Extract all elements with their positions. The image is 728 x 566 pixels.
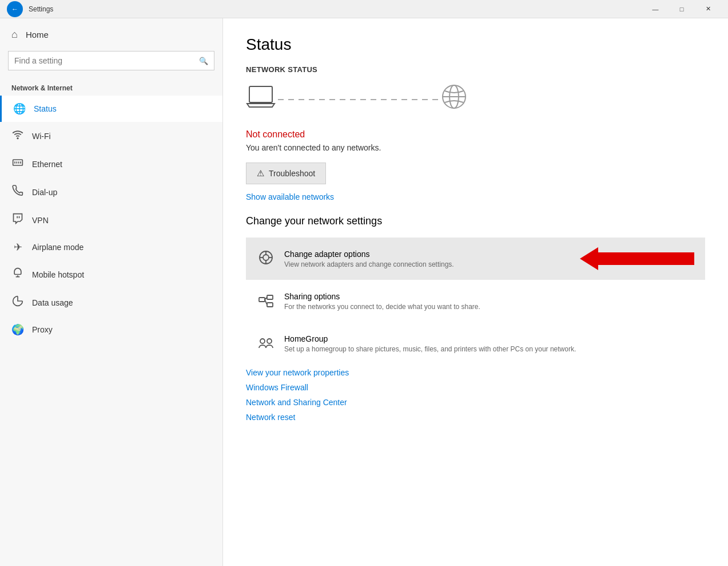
- dialup-icon: [11, 185, 24, 199]
- svg-line-20: [265, 300, 267, 305]
- sidebar-item-airplane[interactable]: ✈ Airplane mode: [0, 234, 222, 260]
- sidebar-item-status[interactable]: 🌐 Status: [0, 96, 222, 122]
- sidebar-item-proxy[interactable]: 🌍 Proxy: [0, 316, 222, 343]
- sharing-card-title: Sharing options: [284, 292, 694, 301]
- sidebar-item-label-vpn: VPN: [32, 216, 49, 225]
- network-reset-link[interactable]: Network reset: [246, 413, 705, 422]
- sidebar-item-label-hotspot: Mobile hotspot: [32, 270, 84, 279]
- svg-rect-1: [13, 160, 23, 165]
- svg-rect-16: [259, 298, 265, 302]
- connection-line: [278, 99, 438, 100]
- sidebar-item-hotspot[interactable]: Mobile hotspot: [0, 260, 222, 288]
- arrow-head: [580, 247, 598, 270]
- search-icon[interactable]: 🔍: [193, 52, 214, 70]
- red-arrow: [580, 247, 694, 270]
- wifi-icon: [11, 129, 24, 143]
- network-diagram: [246, 83, 705, 116]
- content-area: Status Network status Not: [223, 18, 728, 566]
- sidebar-item-wifi[interactable]: Wi-Fi: [0, 122, 222, 150]
- homegroup-icon: [257, 335, 275, 355]
- vpn-icon: [11, 213, 24, 227]
- network-sharing-center-link[interactable]: Network and Sharing Center: [246, 398, 705, 407]
- svg-rect-17: [267, 295, 273, 299]
- homegroup-card-title: HomeGroup: [284, 334, 694, 343]
- window-title: Settings: [29, 5, 642, 13]
- change-settings-title: Change your network settings: [246, 215, 705, 227]
- home-icon: ⌂: [11, 29, 18, 41]
- sharing-options-card[interactable]: Sharing options For the networks you con…: [246, 282, 705, 322]
- adapter-card-desc: View network adapters and change connect…: [284, 260, 571, 268]
- adapter-card-title: Change adapter options: [284, 250, 571, 259]
- sharing-card-text: Sharing options For the networks you con…: [284, 292, 694, 311]
- adapter-icon: [257, 250, 275, 269]
- svg-rect-18: [267, 303, 273, 307]
- svg-point-21: [260, 339, 265, 343]
- windows-firewall-link[interactable]: Windows Firewall: [246, 383, 705, 392]
- sidebar-item-dialup[interactable]: Dial-up: [0, 178, 222, 206]
- minimize-button[interactable]: —: [642, 0, 669, 18]
- sidebar-item-datausage[interactable]: Data usage: [0, 288, 222, 316]
- sidebar-item-label-datausage: Data usage: [32, 298, 73, 307]
- hotspot-icon: [11, 267, 24, 282]
- troubleshoot-button[interactable]: ⚠ Troubleshoot: [246, 163, 326, 184]
- homegroup-card-text: HomeGroup Set up a homegroup to share pi…: [284, 334, 694, 353]
- sidebar-item-vpn[interactable]: VPN: [0, 206, 222, 234]
- laptop-icon: [246, 84, 276, 114]
- view-network-properties-link[interactable]: View your network properties: [246, 368, 705, 377]
- search-input[interactable]: [9, 52, 193, 70]
- search-box: 🔍: [8, 51, 214, 70]
- back-button[interactable]: ←: [7, 1, 23, 17]
- datausage-icon: [11, 295, 24, 310]
- homegroup-card[interactable]: HomeGroup Set up a homegroup to share pi…: [246, 324, 705, 365]
- svg-point-11: [263, 255, 269, 260]
- home-label: Home: [26, 30, 49, 39]
- app-body: ⌂ Home 🔍 Network & Internet 🌐 Status: [0, 18, 728, 566]
- ethernet-icon: [11, 157, 24, 171]
- page-title: Status: [246, 35, 705, 54]
- sidebar-item-label-airplane: Airplane mode: [32, 243, 83, 252]
- sharing-icon: [257, 293, 275, 312]
- sharing-card-desc: For the networks you connect to, decide …: [284, 303, 694, 311]
- adapter-card-text: Change adapter options View network adap…: [284, 250, 571, 268]
- svg-point-0: [17, 138, 18, 139]
- sidebar-section-label: Network & Internet: [0, 80, 222, 96]
- sidebar-item-label-wifi: Wi-Fi: [32, 132, 51, 141]
- status-icon: 🌐: [13, 102, 26, 115]
- sidebar-home-button[interactable]: ⌂ Home: [0, 18, 222, 51]
- network-status-label: Network status: [246, 65, 705, 74]
- change-adapter-card[interactable]: Change adapter options View network adap…: [246, 238, 705, 280]
- globe-icon: [440, 83, 468, 116]
- sidebar-item-ethernet[interactable]: Ethernet: [0, 150, 222, 178]
- arrow-body: [598, 252, 694, 265]
- not-connected-status: Not connected: [246, 129, 705, 140]
- maximize-button[interactable]: □: [669, 0, 695, 18]
- sidebar: ⌂ Home 🔍 Network & Internet 🌐 Status: [0, 18, 223, 566]
- titlebar: ← Settings — □ ✕: [0, 0, 728, 18]
- sidebar-item-label-status: Status: [34, 104, 57, 113]
- status-description: You aren't connected to any networks.: [246, 143, 705, 152]
- airplane-icon: ✈: [11, 241, 24, 254]
- homegroup-card-desc: Set up a homegroup to share pictures, mu…: [284, 345, 694, 353]
- proxy-icon: 🌍: [11, 323, 24, 336]
- sidebar-item-label-proxy: Proxy: [32, 325, 53, 334]
- window-controls: — □ ✕: [642, 0, 721, 18]
- svg-point-22: [267, 339, 272, 343]
- sidebar-item-label-ethernet: Ethernet: [32, 160, 62, 169]
- warning-icon: ⚠: [257, 168, 264, 179]
- bottom-links: View your network properties Windows Fir…: [246, 368, 705, 422]
- arrow-shape: [580, 247, 694, 270]
- svg-rect-6: [249, 86, 272, 102]
- sidebar-item-label-dialup: Dial-up: [32, 188, 57, 197]
- show-networks-link[interactable]: Show available networks: [246, 192, 705, 201]
- close-button[interactable]: ✕: [695, 0, 721, 18]
